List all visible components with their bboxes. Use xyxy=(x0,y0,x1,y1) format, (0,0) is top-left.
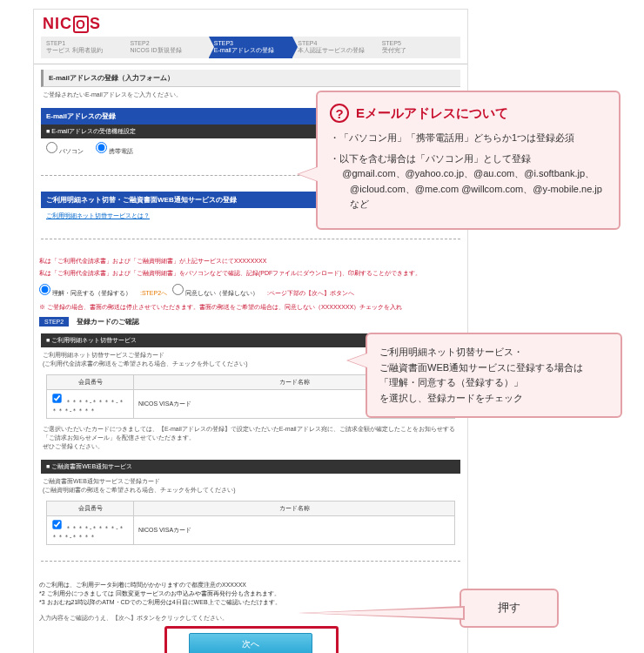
form-title: E-mailアドレスの登録（入力フォーム） xyxy=(41,70,460,87)
th-member: 会員番号 xyxy=(47,375,134,390)
footnote-0: のご利用は、ご利用データ到着に時間がかかりますので都度注意のXXXXXX xyxy=(39,581,462,589)
next-button[interactable]: 次へ xyxy=(189,633,312,653)
radio-pc-label: パソコン xyxy=(59,148,84,154)
card-table-2: 会員番号カード名称 ＊＊＊＊-＊＊＊＊-＊＊＊＊-＊＊＊＊ NICOS VISA… xyxy=(46,501,455,545)
radio-pc[interactable]: パソコン xyxy=(46,148,84,154)
card2-name: NICOS VISAカード xyxy=(134,516,455,545)
step-3: STEP3E-mailアドレスの登録 xyxy=(209,37,292,58)
divider xyxy=(41,561,460,562)
step-5: STEP5受付完了 xyxy=(377,37,460,58)
footnote-1: *2 ご利用分につきましては 回数変更サービスのお申込みや書面再発行分も含まれま… xyxy=(39,589,462,598)
card1-member: ＊＊＊＊-＊＊＊＊-＊＊＊＊-＊＊＊＊ xyxy=(51,399,124,414)
radio-agree-no[interactable]: 同意しない（登録しない） xyxy=(172,290,258,296)
agree-yes-label: 理解・同意する（登録する） xyxy=(52,290,131,296)
callout-service-register: ご利用明細ネット切替サービス・ ご融資書面WEB通知サービスに登録する場合は 「… xyxy=(366,333,622,418)
agree-yes-hint: :STEP2へ xyxy=(140,290,167,296)
step2-title: 登録カードのご確認 xyxy=(77,317,139,326)
step-2: STEP2NICOS ID新規登録 xyxy=(124,37,208,58)
table-row: ＊＊＊＊-＊＊＊＊-＊＊＊＊-＊＊＊＊ NICOS VISAカード xyxy=(47,516,455,545)
card1-checkbox[interactable]: ＊＊＊＊-＊＊＊＊-＊＊＊＊-＊＊＊＊ xyxy=(51,399,124,414)
callout-press: 押す xyxy=(460,589,559,628)
card2-member: ＊＊＊＊-＊＊＊＊-＊＊＊＊-＊＊＊＊ xyxy=(51,525,124,540)
radio-agree-yes[interactable]: 理解・同意する（登録する） xyxy=(39,290,131,296)
th-card: カード名称 xyxy=(134,502,455,516)
red-disclosure-2: 私は「ご利用代金請求書」および「ご融資明細書」をパソコンなどで確認、記録(PDF… xyxy=(34,267,467,280)
callout-email-info: ? Eメールアドレスについて 「パソコン用」「携帯電話用」どちらか1つは登録必須… xyxy=(316,91,621,230)
question-icon: ? xyxy=(330,104,349,123)
callout1-domains: @gmail.com、@yahoo.co.jp、@au.com、@i.softb… xyxy=(338,166,607,212)
agree-no-label: 同意しない（登録しない） xyxy=(185,290,258,296)
callout1-bullet2: 以下を含む場合は「パソコン用」として登録 xyxy=(339,153,531,164)
card2-lead: ご融資書面WEB通知サービスご登録カード (ご融資明細書の郵送をご希望される場合… xyxy=(41,474,460,498)
th-member: 会員番号 xyxy=(47,502,134,516)
callout1-title: Eメールアドレスについて xyxy=(356,103,508,124)
red-disclosure-1: 私は「ご利用代金請求書」および「ご融資明細書」が上記サービスにてXXXXXXXX xyxy=(34,255,467,268)
callout3-arrow xyxy=(299,608,463,618)
step-4: STEP4本人認証サービスの登録 xyxy=(292,37,376,58)
brand-logo: NICOS xyxy=(34,10,467,37)
radio-mobile-label: 携帯電話 xyxy=(109,148,133,154)
step2-badge: STEP2 xyxy=(39,317,69,326)
step-1: STEP1サービス 利用者規約 xyxy=(41,37,124,58)
radio-mobile[interactable]: 携帯電話 xyxy=(96,148,133,154)
divider xyxy=(41,239,460,239)
loan-web-sub: ご融資書面WEB通知サービス xyxy=(41,460,460,474)
card2-checkbox[interactable]: ＊＊＊＊-＊＊＊＊-＊＊＊＊-＊＊＊＊ xyxy=(51,525,124,540)
card1-note: ご選択いただいたカードにつきましては、【E-mailアドレスの登録】で設定いただ… xyxy=(41,421,460,454)
agree-no-hint: :ページ下部の【次へ】ボタンへ xyxy=(267,290,354,296)
callout2-text: ご利用明細ネット切替サービス・ ご融資書面WEB通知サービスに登録する場合は 「… xyxy=(379,345,608,406)
callout3-text: 押す xyxy=(498,601,520,614)
step-indicator: STEP1サービス 利用者規約 STEP2NICOS ID新規登録 STEP3E… xyxy=(34,37,467,64)
callout1-bullet1: 「パソコン用」「携帯電話用」どちらか1つは登録必須 xyxy=(339,132,574,143)
whatis-link[interactable]: ご利用明細ネット切替サービスとは？ xyxy=(46,212,150,219)
agree-note: ※ ご登録の場合、書面の郵送は停止させていただきます。書面の郵送をご希望の場合は… xyxy=(34,301,467,314)
